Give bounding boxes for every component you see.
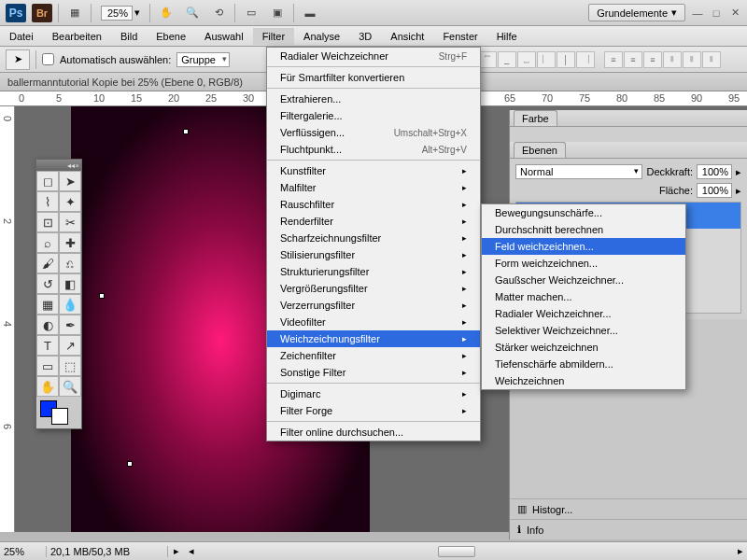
transform-handle[interactable] [127,461,133,467]
hand-tool-icon[interactable]: ✋ [156,4,176,22]
menu-item[interactable]: Matter machen... [482,288,685,305]
rotate-view-icon[interactable]: ⟲ [208,4,229,22]
menu-auswahl[interactable]: Auswahl [195,28,253,45]
menu-item[interactable]: Filter online durchsuchen... [267,424,480,441]
path-tool[interactable]: ↗ [59,335,81,356]
arrange-icon[interactable]: ▭ [241,4,261,22]
zoom-value[interactable]: 25% [101,6,133,21]
menu-item[interactable]: Fluchtpunkt...Alt+Strg+V [267,141,480,158]
screen-mode-icon[interactable]: ▣ [267,4,288,22]
menu-item[interactable]: Verzerrungsfilter [267,297,480,314]
gradient-tool[interactable]: ▦ [36,294,59,315]
menu-ebene[interactable]: Ebene [147,28,195,45]
align-btn[interactable]: ⎹ [576,51,595,68]
menu-item[interactable]: Radialer Weichzeichner... [482,305,685,322]
move-tool[interactable]: ➤ [59,171,81,191]
eraser-tool[interactable]: ◧ [59,273,81,294]
menu-item[interactable]: Filtergalerie... [267,107,480,124]
brush-tool[interactable]: 🖌 [36,253,59,273]
menu-item[interactable]: Digimarc [267,385,480,402]
menu-datei[interactable]: Datei [0,28,43,45]
hand-tool[interactable]: ✋ [36,376,59,397]
zoom-tool-icon[interactable]: 🔍 [182,4,203,22]
distribute-btn[interactable]: ≡ [643,51,662,68]
crop-tool[interactable]: ⊡ [36,212,59,232]
history-brush-tool[interactable]: ↺ [36,273,59,294]
zoom-tool[interactable]: 🔍 [59,376,81,397]
minimize-button[interactable]: — [691,7,704,20]
menu-item[interactable]: Kunstfilter [267,162,480,179]
menu-bild[interactable]: Bild [111,28,147,45]
scroll-thumb[interactable] [438,546,475,557]
transform-handle[interactable] [99,293,105,299]
pen-tool[interactable]: ✒ [59,315,81,335]
menu-item[interactable]: Tiefenschärfe abmildern... [482,356,685,372]
fill-input[interactable]: 100% [697,183,732,198]
menu-item[interactable]: Renderfilter [267,213,480,230]
menu-item[interactable]: Extrahieren... [267,91,480,107]
heal-tool[interactable]: ✚ [59,232,81,253]
align-btn[interactable]: ⎸ [537,51,556,68]
menu-bearbeiten[interactable]: Bearbeiten [43,28,111,45]
menu-item[interactable]: Malfilter [267,179,480,196]
menu-item[interactable]: Rauschfilter [267,196,480,213]
align-btn[interactable]: │ [557,51,575,68]
menu-item[interactable]: Bewegungsunschärfe... [482,204,685,221]
menu-item[interactable]: Filter Forge [267,402,480,419]
menu-item[interactable]: Durchschnitt berechnen [482,221,685,238]
menu-filter[interactable]: Filter [253,28,294,45]
type-tool[interactable]: T [36,335,59,356]
background-color[interactable] [51,408,68,425]
info-tab[interactable]: ℹInfo [510,519,747,539]
menu-item[interactable]: Zeichenfilter [267,347,480,364]
distribute-btn[interactable]: ≡ [604,51,623,68]
close-icon[interactable]: × [75,161,79,170]
status-zoom[interactable]: 25% [0,546,47,557]
lasso-tool[interactable]: ⌇ [36,191,59,212]
slice-tool[interactable]: ✂ [59,212,81,232]
menu-item[interactable]: Videofilter [267,314,480,330]
maximize-button[interactable]: □ [710,7,723,20]
color-tab[interactable]: Farbe [514,110,557,126]
menu-item[interactable]: Weichzeichnen [482,372,685,389]
menu-fenster[interactable]: Fenster [433,28,486,45]
chevron-icon[interactable]: ▸ [736,185,741,197]
menu-ansicht[interactable]: Ansicht [381,28,433,45]
menu-item[interactable]: Selektiver Weichzeichner... [482,322,685,339]
menu-item[interactable]: Gaußscher Weichzeichner... [482,272,685,288]
distribute-btn[interactable]: ⦀ [663,51,682,68]
menu-item[interactable]: Feld weichzeichnen... [482,238,685,255]
menu-item[interactable]: Scharfzeichnungsfilter [267,230,480,246]
chevron-icon[interactable]: ▸ [736,166,741,178]
auto-select-checkbox[interactable] [42,53,54,65]
menu-item[interactable]: Form weichzeichnen... [482,255,685,272]
menu-item[interactable]: Weichzeichnungsfilter [267,330,480,347]
dodge-tool[interactable]: ◐ [36,315,59,335]
blend-mode-select[interactable]: Normal [515,164,642,179]
close-button[interactable]: ✕ [728,7,741,20]
collapse-icon[interactable]: ◂◂ [67,161,75,170]
extras-icon[interactable]: ▬ [300,4,320,22]
menu-item[interactable]: Radialer WeichzeichnerStrg+F [267,48,480,64]
marquee-tool[interactable]: ◻ [36,171,59,191]
menu-item[interactable]: Strukturierungsfilter [267,263,480,280]
bridge-logo[interactable]: Br [32,4,52,22]
menu-item[interactable]: Sonstige Filter [267,364,480,381]
menu-item[interactable]: Vergrößerungsfilter [267,280,480,297]
menu-item[interactable]: Stilisierungsfilter [267,246,480,263]
move-tool-preset[interactable]: ➤ [6,49,30,70]
menu-analyse[interactable]: Analyse [294,28,349,45]
eyedropper-tool[interactable]: ⌕ [36,232,59,253]
distribute-btn[interactable]: ⦀ [702,51,721,68]
wand-tool[interactable]: ✦ [59,191,81,212]
menu-item[interactable]: Stärker weichzeichnen [482,339,685,356]
launch-icon[interactable]: ▦ [64,4,85,22]
menu-item[interactable]: Verflüssigen...Umschalt+Strg+X [267,124,480,141]
menu-3d[interactable]: 3D [349,28,381,45]
align-btn[interactable]: ⎯ [498,51,516,68]
menu-hilfe[interactable]: Hilfe [487,28,527,45]
distribute-btn[interactable]: ⦀ [683,51,701,68]
histogram-tab[interactable]: ▥Histogr... [510,498,747,519]
layers-tab[interactable]: Ebenen [514,142,566,158]
stamp-tool[interactable]: ⎌ [59,253,81,273]
